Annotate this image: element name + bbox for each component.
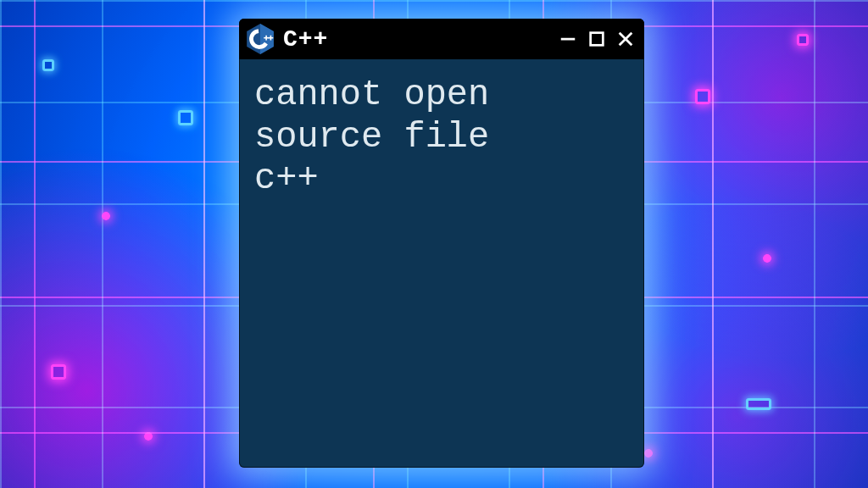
window-title: C++ [283, 26, 328, 53]
maximize-button[interactable] [587, 29, 607, 49]
svg-rect-6 [269, 37, 274, 39]
cpp-logo-icon [246, 23, 275, 55]
svg-rect-4 [264, 37, 269, 39]
window-controls [558, 29, 636, 49]
minimize-button[interactable] [558, 29, 578, 49]
terminal-body: cannot open source file c++ [239, 59, 644, 468]
terminal-window: C++ cannot open source file c++ [239, 19, 644, 468]
titlebar[interactable]: C++ [239, 19, 644, 59]
svg-marker-1 [260, 24, 274, 54]
error-message: cannot open source file c++ [254, 75, 489, 199]
close-button[interactable] [615, 29, 636, 49]
svg-rect-8 [591, 33, 604, 46]
